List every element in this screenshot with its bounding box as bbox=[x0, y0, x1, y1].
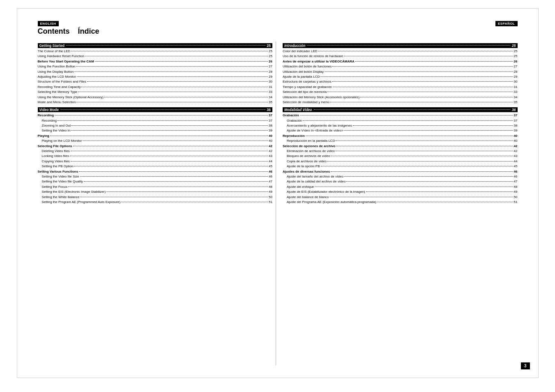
page-num: 35 bbox=[269, 100, 272, 105]
toc-entry: Structure of the Folders and Files30 bbox=[38, 79, 273, 84]
espanol-badge: ESPAÑOL bbox=[495, 21, 518, 26]
page-num: 35 bbox=[514, 100, 518, 105]
page-num: 25 bbox=[269, 49, 272, 54]
dots bbox=[50, 136, 268, 136]
dots bbox=[346, 181, 513, 182]
dots bbox=[303, 120, 513, 121]
getting-started-page: 25 bbox=[267, 44, 271, 48]
page-num: 47 bbox=[514, 179, 518, 184]
entry-label: Setting the Video file Size bbox=[42, 174, 79, 179]
page-num: 42 bbox=[269, 144, 272, 149]
toc-entry: Eliminación de archivos de vídeo42 bbox=[283, 149, 518, 154]
page-num: 30 bbox=[269, 79, 272, 84]
page-num: 40 bbox=[514, 138, 518, 143]
page-num: 27 bbox=[514, 64, 518, 69]
modalidad-video-header: Modalidad Vídeo 36 bbox=[283, 107, 518, 112]
dots bbox=[55, 115, 268, 115]
page-num: 46 bbox=[269, 169, 272, 174]
page-num: 50 bbox=[514, 195, 518, 200]
page-num: 48 bbox=[269, 184, 272, 189]
dots bbox=[87, 81, 268, 82]
dots bbox=[78, 92, 268, 92]
title-row: Contents Índice bbox=[38, 27, 518, 39]
entry-label: Using the Display Button bbox=[38, 69, 74, 74]
entry-label: Playing bbox=[38, 134, 49, 138]
toc-entry: Playing on the LCD Monitor40 bbox=[38, 138, 273, 143]
toc-entry: Copia de archivos de vídeo44 bbox=[283, 159, 518, 164]
entry-label: Grabación bbox=[283, 113, 299, 118]
page-num: 29 bbox=[514, 74, 518, 79]
page-num: 46 bbox=[514, 169, 518, 174]
dots bbox=[330, 102, 513, 102]
page-num: 37 bbox=[269, 118, 272, 123]
introduccion-page: 25 bbox=[512, 44, 516, 48]
toc-entry: Ajuste de Vídeo In <Entrada de vídeo>39 bbox=[283, 128, 518, 133]
getting-started-entries: The Colour of the LED25Using Hardware Re… bbox=[38, 49, 273, 105]
toc-entry: Selección del tipo de memoria33 bbox=[283, 90, 518, 95]
toc-entry: Recording Time and Capacity31 bbox=[38, 85, 273, 90]
entry-label: Setting the Program AE (Programmed Auto … bbox=[42, 200, 121, 205]
page-num: 25 bbox=[269, 54, 272, 59]
page-num: 51 bbox=[514, 200, 518, 205]
dots bbox=[300, 115, 513, 115]
toc-entry: Tiempo y capacidad de grabación31 bbox=[283, 85, 518, 90]
page-num: 28 bbox=[514, 69, 518, 74]
toc-entry: Reproducción en la pantalla LCD40 bbox=[283, 138, 518, 143]
entry-label: Using the Function Button bbox=[38, 64, 76, 69]
page-num: 50 bbox=[269, 195, 272, 200]
dots bbox=[332, 66, 513, 67]
dots bbox=[314, 109, 511, 110]
toc-entry: Selección de modalidad y menú35 bbox=[283, 100, 518, 105]
toc-entry: Setting the Video file Quality47 bbox=[38, 179, 273, 184]
entry-label: Antes de empezar a utilizar la VIDEOCÁMA… bbox=[283, 59, 355, 64]
toc-entry: Using Hardware Reset Function25 bbox=[38, 54, 273, 59]
dots bbox=[121, 202, 268, 202]
toc-entry: Locking Video files43 bbox=[38, 154, 273, 159]
toc-entry: Using the Memory Stick (Optional Accesso… bbox=[38, 95, 273, 100]
page-num: 27 bbox=[269, 64, 272, 69]
dots bbox=[333, 87, 513, 87]
entry-label: Mode and Menu Selection bbox=[38, 100, 76, 105]
page-num: 29 bbox=[269, 74, 272, 79]
toc-entry: Copying Video files44 bbox=[38, 159, 273, 164]
entry-label: Grabación bbox=[287, 118, 302, 123]
entry-label: Setting the White Balance bbox=[42, 195, 80, 200]
page-num: 31 bbox=[269, 85, 272, 90]
entry-label: Utilización del botón de funciones bbox=[283, 64, 332, 69]
toc-entry: Using the Display Button28 bbox=[38, 69, 273, 74]
dots bbox=[325, 71, 513, 72]
page-num: 49 bbox=[269, 189, 272, 194]
toc-entry: Selecting File Options42 bbox=[38, 144, 273, 149]
toc-entry: Antes de empezar a utilizar la VIDEOCÁMA… bbox=[283, 59, 518, 64]
entry-label: Ajuste de Vídeo In <Entrada de vídeo> bbox=[287, 128, 343, 133]
toc-entry: Grabación37 bbox=[283, 113, 518, 118]
english-badge: ENGLISH bbox=[38, 21, 59, 26]
page-number-badge: 3 bbox=[521, 362, 530, 369]
page-num: 25 bbox=[514, 49, 518, 54]
dots bbox=[71, 151, 268, 151]
toc-entry: Ajuste de la opción PB45 bbox=[283, 164, 518, 169]
toc-entry: Grabación37 bbox=[283, 118, 518, 123]
page-num: 37 bbox=[514, 118, 518, 123]
page-num: 42 bbox=[514, 144, 518, 149]
toc-entry: Before You Start Operating the CAM26 bbox=[38, 59, 273, 64]
entry-label: Recording bbox=[42, 118, 57, 123]
page-num: 46 bbox=[269, 174, 272, 179]
dots bbox=[321, 166, 513, 166]
page-num: 39 bbox=[269, 128, 272, 133]
entry-label: Estructura de carpetas y archivos bbox=[283, 79, 332, 84]
dots bbox=[344, 130, 513, 131]
dots bbox=[71, 51, 268, 51]
page-num: 28 bbox=[269, 69, 272, 74]
entry-label: Deleting Video files bbox=[42, 149, 70, 154]
toc-entry: Acercamiento y alejamiento de las imágen… bbox=[283, 123, 518, 128]
getting-started-label: Getting Started bbox=[39, 44, 64, 48]
entry-label: Ajuste del tamaño del archivo de vídeo bbox=[287, 174, 343, 179]
toc-entry: Color del indicador LED25 bbox=[283, 49, 518, 54]
dots bbox=[79, 171, 268, 172]
page-num: 33 bbox=[269, 90, 272, 95]
entry-label: Acercamiento y alejamiento de las imágen… bbox=[287, 123, 352, 128]
col-divider bbox=[276, 42, 276, 365]
toc-entry: Setting the PB Option45 bbox=[38, 164, 273, 169]
dots bbox=[71, 161, 268, 161]
